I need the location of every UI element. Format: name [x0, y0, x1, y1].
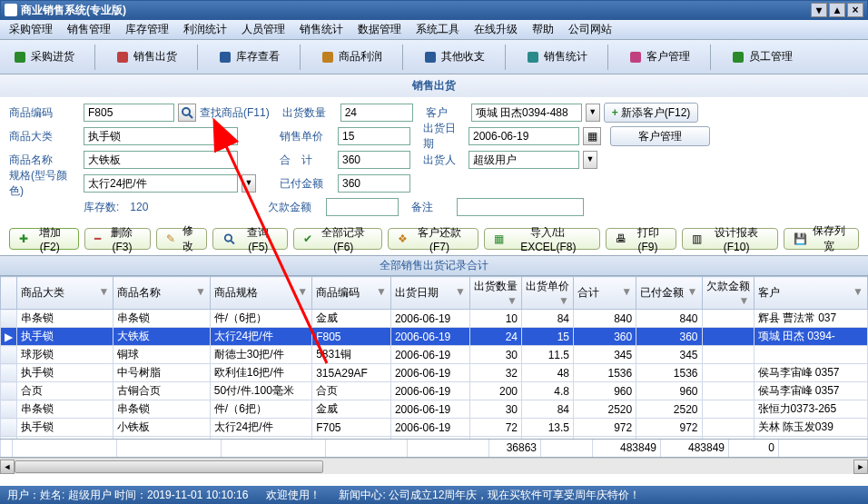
table-row[interactable]: 球形锁大铜球太行20把/件AM06-3SN2006-06-196014.8888… — [1, 437, 868, 440]
col-header[interactable]: 出货日期▼ — [390, 277, 469, 310]
toolbar-6[interactable]: 客户管理 — [625, 45, 694, 68]
menu-item[interactable]: 人员管理 — [236, 20, 291, 39]
customer-repay-button[interactable]: ❖客户还款(F7) — [388, 228, 478, 250]
paid-label: 已付金额 — [280, 176, 334, 192]
design-report-button[interactable]: ▥设计报表(F10) — [682, 228, 778, 250]
spec-input[interactable] — [84, 174, 238, 193]
cell — [702, 364, 754, 382]
main-toolbar: 采购进货销售出货库存查看商品利润其他收支销售统计客户管理员工管理 — [0, 40, 868, 74]
shade-button[interactable]: ▾ — [811, 3, 827, 17]
grid-title: 全部销售出货记录合计 — [0, 255, 868, 276]
grid-scroll[interactable]: 商品大类▼商品名称▼商品规格▼商品编码▼出货日期▼出货数量▼出货单价▼合计▼已付… — [0, 276, 868, 440]
menu-item[interactable]: 库存管理 — [120, 20, 174, 39]
scroll-right-arrow[interactable]: ► — [853, 460, 868, 474]
menu-item[interactable]: 利润统计 — [178, 20, 232, 39]
menu-item[interactable]: 系统工具 — [410, 20, 465, 39]
col-header[interactable]: 已付金额▼ — [636, 277, 702, 310]
name-input[interactable] — [84, 151, 238, 169]
code-input[interactable] — [84, 104, 174, 122]
col-header[interactable]: 商品编码▼ — [312, 277, 391, 310]
col-header[interactable]: 客户▼ — [754, 277, 868, 310]
toolbar-5[interactable]: 销售统计 — [522, 45, 591, 68]
scroll-thumb[interactable] — [15, 460, 323, 473]
cell: 72 — [469, 419, 521, 437]
remark-input[interactable] — [457, 198, 584, 216]
ship-date-input[interactable] — [469, 127, 579, 145]
col-header[interactable]: 商品大类▼ — [17, 277, 113, 310]
col-header[interactable]: 合计▼ — [573, 277, 636, 310]
remark-label: 备注 — [411, 200, 453, 215]
scroll-left-arrow[interactable]: ◄ — [0, 460, 15, 474]
minimize-button[interactable]: ▴ — [829, 3, 845, 17]
menu-item[interactable]: 公司网站 — [563, 20, 617, 39]
app-icon — [5, 4, 17, 16]
cell: 960 — [573, 382, 636, 400]
paid-input[interactable] — [338, 174, 410, 193]
toolbar-0[interactable]: 采购进货 — [9, 45, 78, 68]
add-button[interactable]: ✚增加(F2) — [9, 228, 79, 250]
unit-price-input[interactable] — [338, 127, 410, 145]
shipper-dropdown[interactable]: ▼ — [583, 151, 597, 169]
cell: 960 — [636, 382, 702, 400]
save-cols-button[interactable]: 💾保存列宽 — [784, 228, 859, 250]
svg-rect-2 — [220, 52, 231, 63]
table-row[interactable]: 执手锁中号树脂欧利佳16把/件315A29AF2006-06-193248153… — [1, 364, 868, 382]
col-header[interactable]: 商品名称▼ — [113, 277, 210, 310]
shipper-input[interactable] — [469, 151, 579, 169]
toolbar-label: 其他收支 — [441, 49, 485, 64]
excel-button[interactable]: ▦导入/出EXCEL(F8) — [484, 228, 600, 250]
table-row[interactable]: 合页古铜合页50付/件.100毫米合页2006-06-192004.896096… — [1, 382, 868, 400]
cell: 10 — [469, 310, 521, 328]
edit-button[interactable]: ✎修改 — [156, 228, 207, 250]
search-product-icon[interactable] — [178, 104, 196, 122]
totals-paid: 483849 — [661, 440, 729, 457]
close-button[interactable]: × — [847, 3, 863, 17]
menu-item[interactable]: 销售统计 — [294, 20, 349, 39]
horizontal-scrollbar[interactable]: ◄ ► — [0, 458, 868, 474]
col-header[interactable]: 欠款金额▼ — [702, 277, 754, 310]
toolbar-4[interactable]: 其他收支 — [419, 45, 488, 68]
cell: 13.5 — [521, 419, 573, 437]
qty-out-input[interactable] — [340, 104, 413, 122]
col-header[interactable]: 出货单价▼ — [521, 277, 573, 310]
unit-price-label: 销售单价 — [280, 129, 334, 144]
category-input[interactable] — [84, 127, 238, 145]
cell: 合页 — [312, 382, 391, 400]
all-records-button[interactable]: ✔全部记录(F6) — [293, 228, 383, 250]
toolbar-3[interactable]: 商品利润 — [317, 45, 386, 68]
toolbar-1[interactable]: 销售出货 — [112, 45, 181, 68]
window-title: 商业销售系统(专业版) — [21, 3, 811, 18]
customer-mgmt-button[interactable]: 客户管理 — [610, 126, 710, 146]
toolbar-2[interactable]: 库存查看 — [214, 45, 283, 68]
col-header[interactable]: 出货数量▼ — [469, 277, 521, 310]
table-row[interactable]: 串条锁串条锁件/（6把）金威2006-06-191084840840辉县 曹法常… — [1, 310, 868, 328]
menu-item[interactable]: 数据管理 — [352, 20, 407, 39]
cell: F705 — [312, 419, 391, 437]
spec-dropdown[interactable]: ▼ — [242, 174, 256, 193]
toolbar-label: 销售出货 — [133, 49, 177, 64]
search-product-link[interactable]: 查找商品(F11) — [200, 105, 270, 121]
calendar-icon[interactable]: ▦ — [583, 127, 601, 145]
owed-input[interactable] — [326, 198, 399, 216]
new-customer-button[interactable]: +新添客户(F12) — [604, 103, 699, 123]
table-row[interactable]: 串条锁串条锁件/（6把）金威2006-06-19308425202520张恒力0… — [1, 400, 868, 419]
cell: 315A29AF — [312, 364, 391, 382]
menu-item[interactable]: 在线升级 — [469, 20, 523, 39]
menu-item[interactable]: 采购管理 — [4, 20, 58, 39]
cell: 侯马李宙峰 0357 — [754, 364, 868, 382]
customer-input[interactable] — [471, 104, 582, 122]
table-row[interactable]: 球形锁铜球耐德士30把/件5831铜2006-06-193011.5345345 — [1, 346, 868, 364]
table-row[interactable]: 执手锁小铁板太行24把/件F7052006-06-197213.5972972关… — [1, 419, 868, 437]
menu-item[interactable]: 销售管理 — [62, 20, 116, 39]
toolbar-7[interactable]: 员工管理 — [727, 45, 796, 68]
delete-button[interactable]: ━删除(F3) — [84, 228, 152, 250]
menu-item[interactable]: 帮助 — [527, 20, 559, 39]
cell: 大铜球 — [113, 437, 210, 440]
customer-dropdown[interactable]: ▼ — [586, 104, 600, 122]
table-row[interactable]: ▶执手锁大铁板太行24把/件F8052006-06-192415360360项城… — [1, 328, 868, 346]
print-button[interactable]: 🖶打印(F9) — [606, 228, 676, 250]
query-button[interactable]: 查询(F5) — [212, 228, 287, 250]
col-header[interactable]: 商品规格▼ — [210, 277, 311, 310]
total-input[interactable] — [338, 151, 410, 169]
cell: 金威 — [312, 400, 391, 419]
